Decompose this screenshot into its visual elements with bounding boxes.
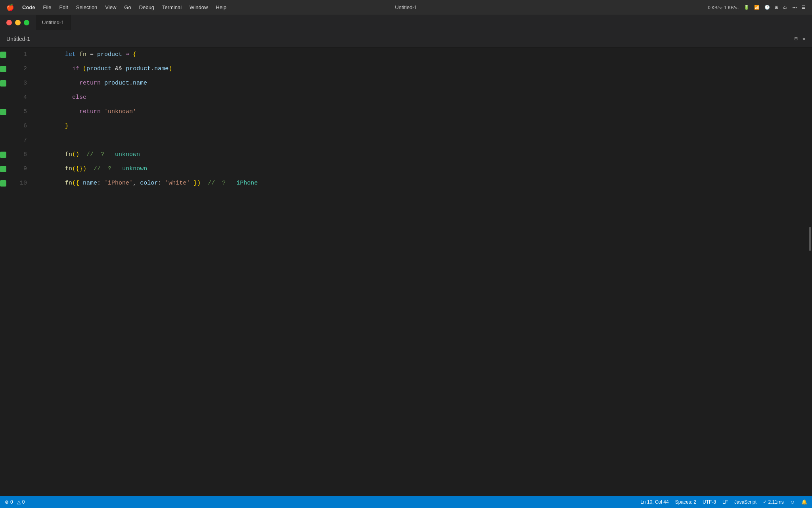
menu-code[interactable]: Code (19, 4, 38, 11)
menu-edit[interactable]: Edit (56, 4, 71, 11)
line-number-5: 5 (11, 105, 35, 119)
list-icon: ☰ (802, 5, 806, 10)
menu-items: Code File Edit Selection View Go Debug T… (19, 4, 230, 11)
control-center-icon: ⊞ (775, 5, 778, 10)
finder-icon: 🗂 (783, 5, 787, 10)
cursor-position[interactable]: Ln 10, Col 44 (640, 499, 668, 505)
line-number-6: 6 (11, 119, 35, 133)
menu-debug[interactable]: Debug (136, 4, 157, 11)
smiley-icon[interactable]: ☺ (790, 499, 795, 505)
battery-icon: 🔋 (744, 5, 749, 10)
line-content-10: fn({ name: 'iPhone', color: 'white' }) /… (35, 162, 258, 205)
statusbar: ⊗ 0 △ 0 Ln 10, Col 44 Spaces: 2 UTF-8 LF… (0, 496, 812, 508)
language-info[interactable]: JavaScript (734, 499, 756, 505)
line-number-9: 9 (11, 162, 35, 176)
code-line-3: 3 return product.name (0, 76, 812, 90)
menu-window[interactable]: Window (186, 4, 211, 11)
warning-number: 0 (22, 499, 25, 505)
minimize-button[interactable] (15, 20, 21, 25)
editor-area[interactable]: 1 let fn = product ⇒ { 2 if (product && … (0, 48, 812, 496)
editor-header: Untitled-1 ⊟ ● (0, 30, 812, 48)
editor-actions: ⊟ ● (794, 35, 806, 42)
line-number-2: 2 (11, 62, 35, 76)
close-button[interactable] (6, 20, 12, 25)
status-right: Ln 10, Col 44 Spaces: 2 UTF-8 LF JavaScr… (640, 499, 807, 505)
code-line-5: 5 return 'unknown' (0, 105, 812, 119)
scrollbar[interactable] (806, 48, 812, 496)
maximize-button[interactable] (24, 20, 29, 25)
file-title: Untitled-1 (6, 36, 30, 42)
titlebar-left: 🍎 Code File Edit Selection View Go Debug… (6, 4, 230, 12)
breakpoint-1 (0, 52, 6, 58)
menu-go[interactable]: Go (121, 4, 134, 11)
encoding-info[interactable]: UTF-8 (703, 499, 716, 505)
clock-icon: 🕐 (764, 5, 770, 10)
titlebar-right: 0 KB/s↑ 1 KB/s↓ 🔋 📶 🕐 ⊞ 🗂 ••• ☰ (708, 5, 806, 10)
line-number-8: 8 (11, 148, 35, 162)
apple-icon: 🍎 (6, 4, 14, 12)
line-number-10: 10 (11, 176, 35, 190)
traffic-lights (0, 20, 36, 25)
error-count[interactable]: ⊗ 0 △ 0 (5, 499, 25, 505)
more-icon: ••• (792, 5, 797, 10)
status-left: ⊗ 0 △ 0 (5, 499, 25, 505)
scrollbar-thumb[interactable] (809, 227, 811, 251)
line-number-7: 7 (11, 133, 35, 148)
split-editor-icon[interactable]: ⊟ (794, 35, 797, 42)
error-number: 0 (10, 499, 13, 505)
line-number-4: 4 (11, 90, 35, 105)
line-ending-info[interactable]: LF (722, 499, 728, 505)
code-line-10: 10 fn({ name: 'iPhone', color: 'white' }… (0, 176, 812, 190)
active-tab[interactable]: Untitled-1 (36, 15, 71, 30)
menu-view[interactable]: View (102, 4, 119, 11)
menu-selection[interactable]: Selection (73, 4, 100, 11)
menu-file[interactable]: File (40, 4, 55, 11)
spaces-info[interactable]: Spaces: 2 (675, 499, 696, 505)
breakpoint-8 (0, 152, 6, 158)
bell-icon[interactable]: 🔔 (801, 499, 807, 505)
breakpoint-3 (0, 80, 6, 87)
breakpoint-10 (0, 180, 6, 187)
titlebar: 🍎 Code File Edit Selection View Go Debug… (0, 0, 812, 15)
line-number-1: 1 (11, 48, 35, 62)
error-icon: ⊗ (5, 499, 9, 505)
timing-info: ✓ 2.11ms (763, 499, 784, 505)
menu-terminal[interactable]: Terminal (159, 4, 185, 11)
line-number-3: 3 (11, 76, 35, 90)
menu-help[interactable]: Help (213, 4, 230, 11)
breakpoint-2 (0, 66, 6, 72)
wifi-icon: 📶 (754, 5, 760, 10)
warning-icon: △ (17, 499, 21, 505)
tab-area: Untitled-1 (36, 15, 71, 30)
breakpoint-9 (0, 166, 6, 172)
unsaved-dot: ● (802, 36, 806, 42)
titlebar-title: Untitled-1 (395, 4, 417, 10)
network-stats: 0 KB/s↑ 1 KB/s↓ (708, 5, 739, 10)
breakpoint-5 (0, 109, 6, 115)
code-line-6: 6 } (0, 119, 812, 133)
tabbar: Untitled-1 (0, 15, 812, 30)
